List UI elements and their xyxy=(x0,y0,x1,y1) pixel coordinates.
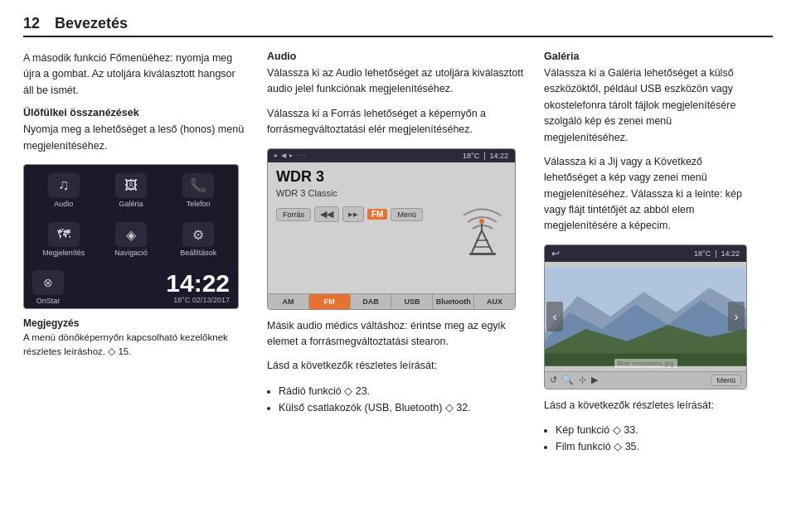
screen-bottom-row: ⊗ OnStar 14:22 18°C 02/13/2017 xyxy=(24,267,238,308)
gallery-back-icon: ↩ xyxy=(551,248,560,259)
radio-tower-icon xyxy=(459,199,505,257)
radio-top-icons: ▸ ◀ ▸ · · · xyxy=(274,152,305,159)
dab-source-button[interactable]: DAB xyxy=(351,294,392,309)
note-title: Megjegyzés xyxy=(23,317,247,329)
gallery-top-right: 18°C | 14:22 xyxy=(694,249,740,258)
radio-controls: Forrás ◀◀ ▸▸ FM Menü xyxy=(276,206,450,222)
home-icon-navigacio: ◈ Navigació xyxy=(100,222,162,267)
am-source-button[interactable]: AM xyxy=(268,294,309,309)
mid-bullet-list: Rádió funkció ◇ 23. Külső csatlakozók (U… xyxy=(279,383,524,416)
gallery-screen-mockup: ↩ 18°C | 14:22 xyxy=(544,244,747,389)
audio-label: Audio xyxy=(54,200,73,208)
usb-source-button[interactable]: USB xyxy=(391,294,433,309)
header: 12 Bevezetés xyxy=(23,15,773,37)
list-item-radio: Rádió funkció ◇ 23. xyxy=(279,383,524,399)
mid-body3: Másik audio médics váltáshoz: érintse me… xyxy=(267,318,524,351)
gallery-image-area: ‹ › Blue mountains.jpg xyxy=(545,262,746,371)
svg-rect-5 xyxy=(469,253,496,255)
screen-date: 18°C 02/13/2017 xyxy=(166,296,230,304)
radio-top-bar: ▸ ◀ ▸ · · · 18°C | 14:22 xyxy=(268,149,515,162)
list-item-bluetooth: Külső csatlakozók (USB, Bluetooth) ◇ 32. xyxy=(279,399,524,416)
mid-body1: Válassza ki az Audio lehetőséget az utol… xyxy=(267,65,524,98)
right-list-title: Lásd a következők részletes leírását: xyxy=(544,398,758,414)
menu-button[interactable]: Menü xyxy=(391,208,423,221)
bluetooth-source-button[interactable]: Bluetooth xyxy=(433,294,474,309)
list-item-kep: Kép funkció ◇ 33. xyxy=(556,422,758,438)
radio-prev-icon: ◀ xyxy=(281,152,286,159)
page-title: Bevezetés xyxy=(55,15,128,32)
col-left: A második funkció Főmenüéhez: nyomja meg… xyxy=(23,51,247,359)
right-bullet-list: Kép funkció ◇ 33. Film funkció ◇ 35. xyxy=(556,422,758,455)
gallery-bottom-bar: ↺ 🔍 ⊹ ▶ Menü xyxy=(545,371,746,389)
radio-media-icon: ▸ xyxy=(274,152,278,159)
gallery-menu-button[interactable]: Menü xyxy=(711,375,741,386)
radio-main: WDR 3 WDR 3 Classic Forrás ◀◀ ▸▸ FM Menü xyxy=(268,162,515,293)
right-body2: Válassza ki a Jij vagy a Következő lehet… xyxy=(544,154,758,235)
radio-temp: 18°C xyxy=(463,152,479,160)
col-mid: Audio Válassza ki az Audio lehetőséget a… xyxy=(267,51,524,416)
gallery-adjust-icon: ⊹ xyxy=(579,375,586,385)
megjelenites-label: Megjelenítés xyxy=(42,249,85,257)
megjelenites-icon: 🗺 xyxy=(48,222,80,247)
left-section-title: Ülőfülkei összanézések xyxy=(23,107,247,118)
fm-source-button[interactable]: FM xyxy=(309,294,351,309)
aux-source-button[interactable]: AUX xyxy=(474,294,515,309)
home-icon-onstar: ⊗ OnStar xyxy=(32,270,64,305)
radio-screen-mockup: ▸ ◀ ▸ · · · 18°C | 14:22 WDR 3 xyxy=(267,148,516,310)
radio-next-icon: ▸ xyxy=(289,152,293,159)
gallery-temp: 18°C xyxy=(694,249,711,258)
home-icons-grid: ♫ Audio 🖼 Galéria 📞 Telefon xyxy=(24,165,238,267)
home-screen-mockup: ♫ Audio 🖼 Galéria 📞 Telefon xyxy=(23,164,239,309)
telefon-label: Telefon xyxy=(187,200,211,208)
page: 12 Bevezetés A második funkció Főmenüéhe… xyxy=(0,0,796,532)
radio-dots: · · · xyxy=(296,152,305,159)
gallery-next-arrow[interactable]: › xyxy=(728,302,745,331)
home-icon-telefon: 📞 Telefon xyxy=(167,173,230,218)
gallery-prev-arrow[interactable]: ‹ xyxy=(546,302,563,331)
telefon-icon: 📞 xyxy=(182,173,214,198)
onstar-label: OnStar xyxy=(36,297,61,305)
gallery-top-bar: ↩ 18°C | 14:22 xyxy=(545,245,746,262)
mid-section-title: Audio xyxy=(267,51,524,62)
galeria-icon: 🖼 xyxy=(115,173,147,198)
station-name: WDR 3 xyxy=(276,169,450,186)
navigacio-label: Navigació xyxy=(114,249,148,257)
home-icon-audio: ♫ Audio xyxy=(32,173,95,218)
page-number: 12 xyxy=(23,15,40,32)
gallery-filename: Blue mountains.jpg xyxy=(614,359,677,368)
mid-body2: Válassza ki a Forrás lehetőséget a képer… xyxy=(267,106,524,138)
forrás-button[interactable]: Forrás xyxy=(276,208,311,221)
gallery-mountain-image xyxy=(545,262,746,371)
radio-source-row: AM FM DAB USB Bluetooth AUX xyxy=(268,293,515,309)
note-text: A menü dönőképernyőn kapcsolható kezelők… xyxy=(23,331,247,360)
galeria-label: Galéria xyxy=(119,200,143,208)
gallery-zoom-icon: 🔍 xyxy=(562,375,574,385)
radio-content: WDR 3 WDR 3 Classic Forrás ◀◀ ▸▸ FM Menü xyxy=(276,169,450,287)
onstar-icon: ⊗ xyxy=(32,270,64,295)
list-item-film: Film funkció ◇ 35. xyxy=(556,438,758,455)
radio-time: 14:22 xyxy=(489,152,508,160)
station-sub: WDR 3 Classic xyxy=(276,188,450,198)
home-icon-beallitasok: ⚙ Beállítások xyxy=(167,222,230,267)
svg-point-6 xyxy=(479,219,484,224)
svg-line-0 xyxy=(472,230,482,253)
home-icon-megjelenites: 🗺 Megjelenítés xyxy=(32,222,95,267)
navigacio-icon: ◈ xyxy=(115,222,147,247)
gallery-play-icon: ▶ xyxy=(591,375,598,385)
content-columns: A második funkció Főmenüéhez: nyomja meg… xyxy=(23,51,773,455)
beallitasok-icon: ⚙ xyxy=(182,222,214,247)
right-section-title: Galéria xyxy=(544,51,758,62)
left-body1: A második funkció Főmenüéhez: nyomja meg… xyxy=(23,51,247,99)
gallery-time: 14:22 xyxy=(721,249,740,258)
gallery-rotate-icon: ↺ xyxy=(550,375,557,385)
mid-list-title: Lásd a következők részletes leírását: xyxy=(267,358,524,374)
svg-line-1 xyxy=(482,230,493,253)
home-icon-galeria: 🖼 Galéria xyxy=(100,173,162,218)
prev-track-button[interactable]: ◀◀ xyxy=(314,206,339,222)
screen-clock-area: 14:22 18°C 02/13/2017 xyxy=(166,271,230,304)
next-track-button[interactable]: ▸▸ xyxy=(342,206,364,222)
col-right: Galéria Válassza ki a Galéria lehetősége… xyxy=(544,51,758,455)
left-body2: Nyomja meg a lehetőséget a leső (honos) … xyxy=(23,122,247,154)
fm-badge: FM xyxy=(367,209,387,220)
radio-top-right: 18°C | 14:22 xyxy=(463,152,508,160)
